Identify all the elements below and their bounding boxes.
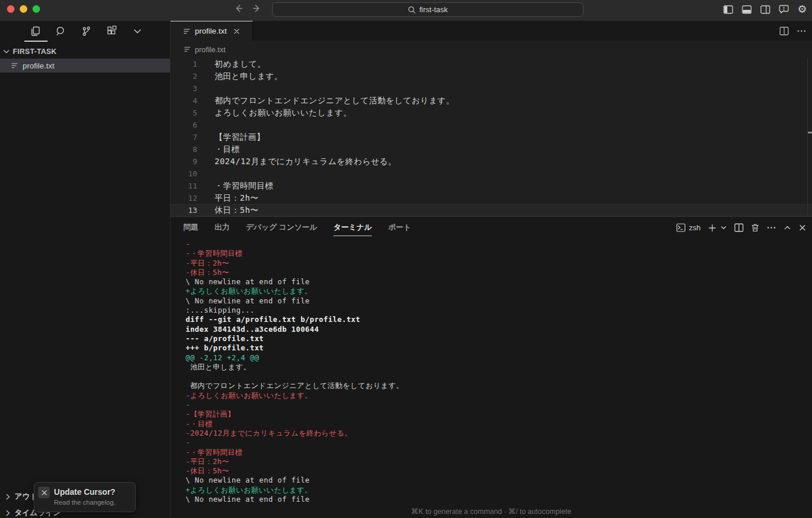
- code-line-13[interactable]: 13休日：5h〜: [171, 204, 812, 216]
- line-number: 2: [171, 70, 197, 82]
- panel-tab-inactive[interactable]: ポート: [388, 219, 411, 237]
- code-line-6[interactable]: 6: [171, 119, 812, 131]
- code-line-12[interactable]: 12平日：2h〜: [171, 192, 812, 204]
- breadcrumb-file: profile.txt: [195, 45, 226, 54]
- split-terminal-icon[interactable]: [734, 223, 744, 232]
- more-views-chevron-icon[interactable]: [131, 25, 144, 38]
- chevron-right-icon: [4, 509, 12, 517]
- new-terminal-icon[interactable]: [708, 224, 716, 232]
- terminal-line: -・目標: [186, 419, 812, 429]
- toggle-right-sidebar-icon[interactable]: [760, 3, 770, 15]
- terminal-line: +++ b/profile.txt: [186, 343, 812, 353]
- terminal-line: 都内でフロントエンドエンジニアとして活動をしております。: [186, 381, 812, 390]
- line-text: よろしくお願いお願いいたします。: [197, 107, 351, 119]
- line-text: 【学習計画】: [197, 131, 265, 143]
- terminal-line: \ No newline at end of file: [186, 277, 812, 287]
- search-view-icon[interactable]: [55, 25, 67, 38]
- close-window-button[interactable]: [7, 5, 14, 13]
- line-number: 13: [171, 204, 197, 216]
- line-text: [197, 82, 215, 95]
- editor-scrollbar[interactable]: [807, 58, 808, 216]
- line-number: 12: [171, 192, 197, 204]
- toggle-panel-icon[interactable]: [741, 3, 752, 15]
- line-number: 6: [171, 119, 197, 131]
- update-notification[interactable]: Update Cursor? Read the changelog.: [34, 482, 136, 512]
- explorer-section-header[interactable]: FIRST-TASK: [0, 45, 170, 58]
- explorer-icon[interactable]: [29, 25, 42, 38]
- terminal-hint: ⌘K to generate a command · ⌘/ to autocom…: [171, 507, 812, 516]
- forward-icon[interactable]: [252, 3, 262, 13]
- search-icon: [408, 6, 416, 14]
- command-center-search[interactable]: first-task: [272, 2, 583, 17]
- terminal-instance[interactable]: zsh: [676, 223, 701, 232]
- breadcrumb[interactable]: profile.txt: [171, 41, 812, 58]
- tab-strip: profile.txt: [171, 21, 812, 41]
- line-number: 10: [171, 168, 197, 180]
- traffic-lights: [7, 5, 40, 13]
- code-line-7[interactable]: 7【学習計画】: [171, 131, 812, 143]
- command-center-label: first-task: [419, 5, 448, 14]
- source-control-icon[interactable]: [80, 25, 93, 38]
- terminal-line: +よろしくお願いお願いいたします。: [186, 486, 812, 495]
- back-icon[interactable]: [234, 3, 244, 13]
- tab-profile-txt[interactable]: profile.txt: [171, 21, 253, 41]
- code-line-2[interactable]: 2池田と申します。: [171, 70, 812, 82]
- line-number: 1: [171, 58, 197, 70]
- split-editor-icon[interactable]: [780, 27, 789, 35]
- panel-tab-inactive[interactable]: デバッグ コンソール: [246, 219, 317, 237]
- terminal-line: -・学習時間目標: [186, 448, 812, 457]
- line-text: ・目標: [197, 143, 240, 155]
- panel-tab-inactive[interactable]: 問題: [183, 219, 198, 237]
- close-tab-icon[interactable]: [233, 28, 240, 35]
- terminal-dropdown-chevron-icon[interactable]: [720, 224, 727, 231]
- tab-label: profile.txt: [195, 27, 227, 35]
- terminal-line: -休日：5h〜: [186, 466, 812, 476]
- terminal-line: -平日：2h〜: [186, 259, 812, 268]
- sidebar-item-profile-txt[interactable]: profile.txt: [0, 59, 170, 73]
- app-window: first-task ⚙: [0, 0, 812, 518]
- code-line-9[interactable]: 92024/12月までにカリキュラムを終わらせる。: [171, 155, 812, 168]
- terminal-line: -: [186, 400, 812, 410]
- terminal-output[interactable]: --・学習時間目標-平日：2h〜-休日：5h〜\ No newline at e…: [171, 238, 812, 505]
- terminal-line: -: [186, 240, 812, 249]
- feedback-icon[interactable]: [778, 3, 789, 15]
- maximize-panel-chevron-icon[interactable]: [784, 224, 791, 231]
- code-line-5[interactable]: 5よろしくお願いお願いいたします。: [171, 107, 812, 119]
- close-notification-icon[interactable]: [38, 487, 50, 498]
- code-line-8[interactable]: 8・目標: [171, 143, 812, 155]
- terminal-line: -2024/12月までにカリキュラムを終わらせる。: [186, 429, 812, 438]
- extensions-icon[interactable]: [106, 25, 118, 38]
- code-line-4[interactable]: 4都内でフロントエンドエンジニアとして活動をしております。: [171, 95, 812, 107]
- code-line-10[interactable]: 10: [171, 168, 812, 180]
- settings-gear-icon[interactable]: ⚙: [797, 3, 807, 15]
- terminal-line: [186, 372, 812, 381]
- toggle-left-sidebar-icon[interactable]: [723, 3, 733, 15]
- code-line-1[interactable]: 1初めまして。: [171, 58, 812, 70]
- code-line-11[interactable]: 11・学習時間目標: [171, 180, 812, 192]
- terminal-shell-icon: [676, 223, 686, 232]
- panel-header: 問題出力デバッグ コンソールターミナルポート zsh: [171, 217, 812, 238]
- code-area[interactable]: 1初めまして。2池田と申します。34都内でフロントエンドエンジニアとして活動をし…: [171, 58, 812, 216]
- line-text: 2024/12月までにカリキュラムを終わらせる。: [197, 155, 397, 168]
- zoom-window-button[interactable]: [32, 5, 40, 13]
- line-text: [197, 168, 215, 180]
- line-text: 休日：5h〜: [197, 204, 259, 216]
- panel-more-actions-icon[interactable]: [767, 226, 776, 229]
- line-number: 5: [171, 107, 197, 119]
- line-number: 7: [171, 131, 197, 143]
- kill-terminal-trash-icon[interactable]: [751, 223, 759, 232]
- close-panel-icon[interactable]: [799, 224, 806, 231]
- shell-label: zsh: [689, 223, 701, 232]
- minimize-window-button[interactable]: [20, 5, 27, 13]
- line-text: 平日：2h〜: [197, 192, 259, 204]
- panel-tabs: 問題出力デバッグ コンソールターミナルポート: [171, 219, 411, 237]
- line-number: 3: [171, 82, 197, 95]
- terminal-line: :...skipping...: [186, 306, 812, 315]
- panel-tab-inactive[interactable]: 出力: [215, 219, 230, 237]
- terminal-line: diff --git a/profile.txt b/profile.txt: [186, 315, 812, 324]
- panel-tab-active[interactable]: ターミナル: [334, 219, 372, 237]
- folder-name: FIRST-TASK: [13, 48, 57, 56]
- more-actions-icon[interactable]: [797, 30, 806, 32]
- code-line-3[interactable]: 3: [171, 82, 812, 95]
- line-text: 都内でフロントエンドエンジニアとして活動をしております。: [197, 95, 455, 107]
